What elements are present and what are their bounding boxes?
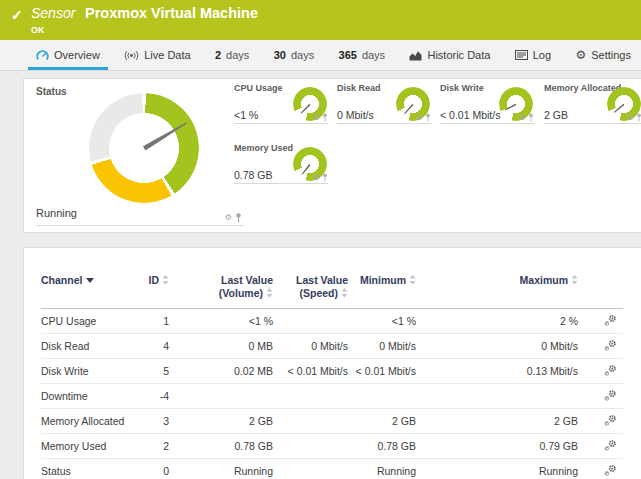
cell-maximum: 2 % bbox=[416, 309, 578, 334]
gear-icon[interactable]: ⚙ bbox=[225, 214, 232, 222]
cell-channel: Status bbox=[41, 459, 131, 479]
channel-settings-icon[interactable] bbox=[604, 339, 617, 351]
gear-icon[interactable]: ⚙ bbox=[519, 114, 526, 122]
sort-icon bbox=[571, 275, 578, 285]
tab-log[interactable]: Log bbox=[515, 40, 551, 70]
cell-last-value-volume: 0 MB bbox=[169, 334, 273, 359]
tab-settings[interactable]: ⚙ Settings bbox=[575, 40, 631, 70]
channel-settings-icon[interactable] bbox=[604, 464, 617, 476]
pin-icon[interactable] bbox=[425, 113, 431, 122]
column-header-maximum[interactable]: Maximum bbox=[416, 274, 578, 309]
channel-settings-icon[interactable] bbox=[604, 439, 617, 451]
pin-icon[interactable] bbox=[235, 213, 242, 223]
cell-maximum: 0.79 GB bbox=[416, 434, 578, 459]
status-gauge-value-row: Running ⚙ bbox=[36, 207, 244, 226]
area-chart-icon bbox=[409, 50, 422, 61]
pin-icon[interactable] bbox=[528, 113, 534, 122]
cell-minimum: 0.78 GB bbox=[348, 434, 416, 459]
cell-channel: Disk Write bbox=[41, 359, 131, 384]
column-header-minimum[interactable]: Minimum bbox=[348, 274, 416, 309]
cell-maximum: 2 GB bbox=[416, 409, 578, 434]
sort-icon bbox=[162, 275, 169, 285]
column-header-id[interactable]: ID bbox=[131, 274, 169, 309]
cell-last-value-speed: < 0.01 Mbit/s bbox=[273, 359, 348, 384]
column-header-label: (Volume) bbox=[219, 287, 263, 299]
tab-label: Log bbox=[533, 49, 551, 61]
sensor-ok-check-icon: ✓ bbox=[11, 7, 23, 23]
sensor-kind-label: Sensor bbox=[31, 5, 75, 21]
cell-channel: CPU Usage bbox=[41, 309, 131, 334]
sort-icon bbox=[409, 275, 416, 285]
channel-table: Channel ID Last Value (Volume) Last Valu… bbox=[41, 274, 623, 479]
mini-gauge-value: 0 Mbit/s bbox=[337, 109, 374, 121]
tab-live-data[interactable]: Live Data bbox=[124, 40, 190, 70]
mini-gauge-cpu-usage[interactable]: CPU Usage <1 % ⚙ bbox=[234, 83, 328, 124]
log-list-icon bbox=[515, 50, 528, 60]
mini-gauge-value: 2 GB bbox=[544, 109, 568, 121]
tab-number: 365 bbox=[339, 49, 357, 61]
gear-icon[interactable]: ⚙ bbox=[313, 174, 320, 182]
cell-last-value-volume: 0.78 GB bbox=[169, 434, 273, 459]
mini-gauge-label: Memory Used bbox=[234, 143, 293, 153]
sensor-status-badge: OK bbox=[31, 25, 45, 35]
channel-settings-icon[interactable] bbox=[604, 389, 617, 401]
cell-last-value-volume: Running bbox=[169, 459, 273, 479]
table-row: Disk Write 5 0.02 MB < 0.01 Mbit/s < 0.0… bbox=[41, 359, 623, 384]
cell-last-value-volume: 2 GB bbox=[169, 409, 273, 434]
cell-minimum bbox=[348, 384, 416, 409]
pin-icon[interactable] bbox=[322, 113, 328, 122]
cell-last-value-speed bbox=[273, 434, 348, 459]
cell-last-value-volume: <1 % bbox=[169, 309, 273, 334]
column-header-label: (Speed) bbox=[299, 287, 338, 299]
pin-icon[interactable] bbox=[636, 113, 641, 122]
table-row: Memory Allocated 3 2 GB 2 GB 2 GB bbox=[41, 409, 623, 434]
tab-30-days[interactable]: 30 days bbox=[274, 40, 315, 70]
mini-gauge-disk-read[interactable]: Disk Read 0 Mbit/s ⚙ bbox=[337, 83, 431, 124]
table-row: CPU Usage 1 <1 % <1 % 2 % bbox=[41, 309, 623, 334]
cell-id: 1 bbox=[131, 309, 169, 334]
overview-gauges-panel: Status Running ⚙ CPU Usage <1 % ⚙ Disk R… bbox=[23, 78, 641, 233]
tab-historic-data[interactable]: Historic Data bbox=[409, 40, 490, 70]
channel-settings-icon[interactable] bbox=[604, 414, 617, 426]
sensor-tabbar: Overview Live Data 2 days 30 days 365 da… bbox=[0, 40, 641, 71]
column-header-label: Channel bbox=[41, 274, 82, 286]
mini-gauge-disk-write[interactable]: Disk Write < 0.01 Mbit/s ⚙ bbox=[440, 83, 534, 124]
gauge-icon bbox=[36, 50, 49, 61]
cell-last-value-speed bbox=[273, 409, 348, 434]
cell-minimum: Running bbox=[348, 459, 416, 479]
mini-gauge-memory-used[interactable]: Memory Used 0.78 GB ⚙ bbox=[234, 143, 328, 184]
gear-icon[interactable]: ⚙ bbox=[313, 114, 320, 122]
tab-2-days[interactable]: 2 days bbox=[215, 40, 249, 70]
cell-minimum: 2 GB bbox=[348, 409, 416, 434]
live-signal-icon bbox=[124, 50, 139, 61]
sensor-header: ✓ Sensor Proxmox Virtual Machine OK bbox=[0, 0, 641, 40]
tab-overview[interactable]: Overview bbox=[36, 40, 100, 70]
column-header-channel[interactable]: Channel bbox=[41, 274, 131, 309]
cell-id: 4 bbox=[131, 334, 169, 359]
channel-settings-icon[interactable] bbox=[604, 364, 617, 376]
mini-gauge-value: < 0.01 Mbit/s bbox=[440, 109, 500, 121]
cell-last-value-volume bbox=[169, 384, 273, 409]
cell-channel: Disk Read bbox=[41, 334, 131, 359]
mini-gauge-value: <1 % bbox=[234, 109, 258, 121]
pin-icon[interactable] bbox=[322, 173, 328, 182]
gear-icon[interactable]: ⚙ bbox=[416, 114, 423, 122]
status-gauge[interactable] bbox=[89, 93, 199, 203]
mini-gauge-memory-allocated[interactable]: Memory Allocated 2 GB ⚙ bbox=[544, 83, 641, 124]
tab-365-days[interactable]: 365 days bbox=[339, 40, 386, 70]
channel-table-panel: Channel ID Last Value (Volume) Last Valu… bbox=[23, 247, 641, 479]
tab-number: 30 bbox=[274, 49, 286, 61]
cell-channel: Memory Allocated bbox=[41, 409, 131, 434]
table-row: Downtime -4 bbox=[41, 384, 623, 409]
cell-maximum bbox=[416, 384, 578, 409]
cell-minimum: < 0.01 Mbit/s bbox=[348, 359, 416, 384]
cell-channel: Memory Used bbox=[41, 434, 131, 459]
gear-icon[interactable]: ⚙ bbox=[627, 114, 634, 122]
sensor-title: Proxmox Virtual Machine bbox=[85, 5, 258, 21]
mini-gauge-label: Disk Write bbox=[440, 83, 484, 93]
column-header-last-value-speed[interactable]: Last Value (Speed) bbox=[273, 274, 348, 309]
tab-label: days bbox=[362, 49, 385, 61]
tab-label: Live Data bbox=[144, 49, 190, 61]
channel-settings-icon[interactable] bbox=[604, 314, 617, 326]
column-header-last-value-volume[interactable]: Last Value (Volume) bbox=[169, 274, 273, 309]
